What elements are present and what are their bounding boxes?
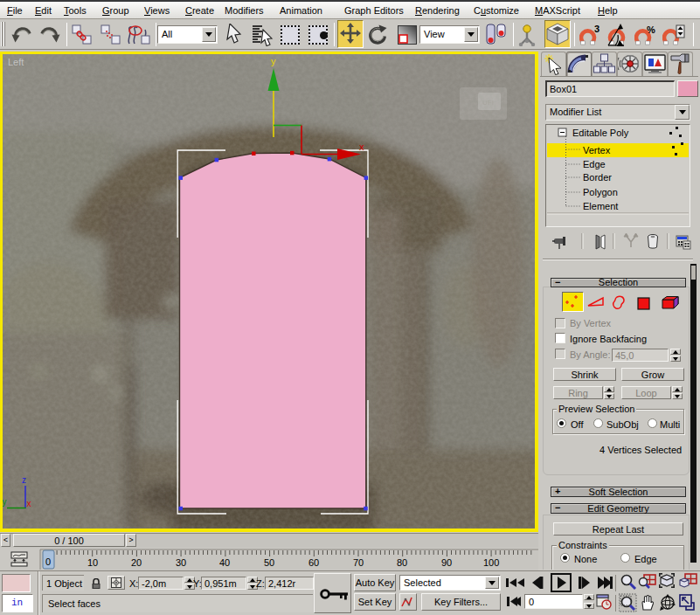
svg-text:3: 3 bbox=[594, 24, 600, 34]
svg-text:y: y bbox=[271, 56, 276, 66]
svg-text:0: 0 bbox=[45, 556, 51, 567]
svg-text:100: 100 bbox=[483, 557, 499, 568]
svg-text:20: 20 bbox=[131, 557, 142, 568]
svg-text:z: z bbox=[22, 475, 26, 485]
svg-text:90: 90 bbox=[441, 557, 452, 568]
svg-text:%: % bbox=[647, 24, 655, 35]
svg-text:60: 60 bbox=[308, 557, 319, 568]
svg-text:10: 10 bbox=[87, 557, 98, 568]
svg-text:50: 50 bbox=[264, 557, 274, 568]
svg-text:80: 80 bbox=[397, 557, 407, 568]
svg-text:Editable Poly: Editable Poly bbox=[572, 128, 629, 138]
svg-text:Left: Left bbox=[8, 57, 24, 67]
svg-text:Element: Element bbox=[583, 201, 618, 211]
svg-text:70: 70 bbox=[353, 557, 364, 568]
svg-text:y: y bbox=[3, 497, 7, 507]
svg-text:x: x bbox=[359, 142, 364, 152]
svg-text:Polygon: Polygon bbox=[583, 187, 618, 197]
svg-text:30: 30 bbox=[176, 557, 186, 568]
svg-text:Border: Border bbox=[583, 172, 612, 183]
svg-text:Vertex: Vertex bbox=[583, 145, 611, 155]
svg-text:Edge: Edge bbox=[583, 159, 606, 169]
svg-text:x: x bbox=[27, 499, 31, 508]
svg-text:UFI: UFI bbox=[482, 99, 494, 107]
svg-text:40: 40 bbox=[219, 557, 230, 568]
